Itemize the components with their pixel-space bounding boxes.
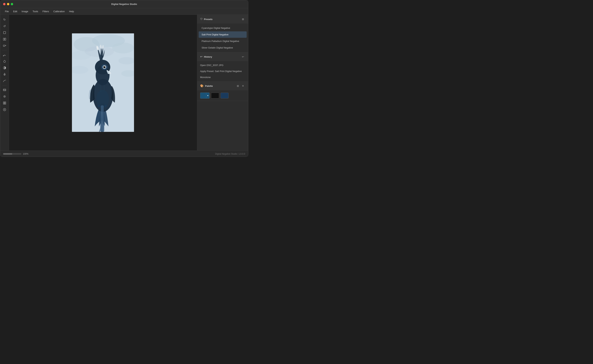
- rotate-ccw-tool[interactable]: ↺: [1, 23, 8, 29]
- mirror-tool[interactable]: [1, 36, 8, 42]
- dropper-tool[interactable]: [1, 58, 8, 64]
- svg-rect-8: [3, 102, 4, 103]
- zoom-bar-background: [3, 153, 21, 155]
- presets-title-group: ♡ Presets: [200, 18, 213, 21]
- main-layout: ↻ ↺: [0, 15, 248, 150]
- add-preset-button[interactable]: ⊞: [241, 17, 245, 21]
- history-icon: ↩: [200, 55, 202, 58]
- canvas-area: [9, 15, 197, 150]
- grid-tool[interactable]: [1, 100, 8, 106]
- parrot-image: [72, 33, 134, 132]
- palette-header: 🎨 Palette ⊞ ✕: [197, 82, 248, 90]
- svg-rect-1: [3, 38, 4, 40]
- app-version: Digital Negative Studio: 1.0.0.0: [215, 153, 245, 155]
- toolbar: ↻ ↺: [0, 15, 9, 150]
- menu-item-file[interactable]: File: [3, 9, 11, 13]
- app-title: Digital Negative Studio: [111, 3, 137, 6]
- history-back-button[interactable]: ↩: [241, 54, 245, 59]
- zoom-indicator: 100%: [3, 153, 28, 155]
- resize-tool[interactable]: [1, 43, 8, 49]
- palette-swatch-darkblue[interactable]: [220, 93, 229, 98]
- presets-section: ♡ Presets ⊞ Cyanotype Digital Negative S…: [197, 15, 248, 52]
- history-header: ↩ History ↩: [197, 52, 248, 61]
- add-palette-button[interactable]: ⊞: [236, 84, 240, 88]
- right-panel: ♡ Presets ⊞ Cyanotype Digital Negative S…: [197, 15, 248, 150]
- preset-item-silver[interactable]: Silver Gelatin Digital Negative: [199, 45, 247, 51]
- menu-item-tools[interactable]: Tools: [31, 9, 40, 13]
- history-section: ↩ History ↩ Open DSC_9337.JPG Apply Pres…: [197, 52, 248, 82]
- palette-title: Palette: [205, 84, 213, 87]
- maximize-button[interactable]: [11, 3, 13, 5]
- curve-tool[interactable]: [1, 78, 8, 84]
- menu-item-calibration[interactable]: Calibration: [52, 9, 67, 13]
- history-item-monotone[interactable]: Monotone: [197, 74, 248, 80]
- history-title: History: [204, 55, 212, 58]
- remove-palette-button[interactable]: ✕: [241, 84, 245, 88]
- image-canvas[interactable]: [72, 33, 134, 132]
- palette-color-blue: [200, 93, 206, 98]
- svg-point-4: [3, 56, 4, 56]
- transform-tool[interactable]: [1, 52, 8, 58]
- svg-rect-9: [5, 102, 6, 103]
- palette-swatch-blue[interactable]: ▼: [200, 92, 210, 99]
- menu-item-help[interactable]: Help: [67, 9, 76, 13]
- history-item-open[interactable]: Open DSC_9337.JPG: [197, 62, 248, 68]
- menu-item-edit[interactable]: Edit: [11, 9, 19, 13]
- palette-colors: ▼: [197, 90, 248, 101]
- burn-tool[interactable]: [1, 72, 8, 77]
- zoom-bar-fill: [3, 153, 12, 155]
- palette-dropdown-arrow[interactable]: ▼: [206, 93, 209, 98]
- history-item-apply-preset[interactable]: Apply Preset: Salt Print Digital Negativ…: [197, 68, 248, 74]
- palette-section: 🎨 Palette ⊞ ✕ ▼: [197, 82, 248, 101]
- contrast-tool[interactable]: [1, 65, 8, 71]
- window-controls: [3, 3, 13, 5]
- landscape-tool[interactable]: [1, 87, 8, 93]
- svg-rect-3: [3, 45, 5, 46]
- close-button[interactable]: [3, 3, 6, 5]
- presets-title: Presets: [204, 18, 213, 21]
- svg-rect-0: [3, 32, 6, 34]
- svg-rect-11: [5, 103, 6, 104]
- history-title-group: ↩ History: [200, 55, 212, 58]
- menu-item-image[interactable]: Image: [20, 9, 30, 13]
- crop-tool[interactable]: [1, 30, 8, 36]
- svg-rect-2: [5, 38, 6, 40]
- titlebar: Digital Negative Studio: [0, 0, 248, 8]
- menu-item-filters[interactable]: Filters: [41, 9, 51, 13]
- adjust-tool[interactable]: [1, 94, 8, 99]
- separator-1: [2, 50, 7, 50]
- preset-item-salt[interactable]: Salt Print Digital Negative: [199, 31, 247, 38]
- preset-item-platinum[interactable]: Platinum Palladium Digital Negative: [199, 38, 247, 44]
- statusbar: 100% Digital Negative Studio: 1.0.0.0: [0, 150, 248, 157]
- minimize-button[interactable]: [7, 3, 9, 5]
- rotate-cw-tool[interactable]: ↻: [1, 17, 8, 22]
- presets-header: ♡ Presets ⊞: [197, 15, 248, 24]
- menubar: FileEditImageToolsFiltersCalibrationHelp: [0, 8, 248, 15]
- svg-point-16: [112, 43, 134, 53]
- palette-icon: 🎨: [200, 84, 204, 88]
- svg-point-34: [104, 66, 105, 67]
- palette-title-group: 🎨 Palette: [200, 84, 213, 88]
- preset-item-cyanotype[interactable]: Cyanotype Digital Negative: [199, 25, 247, 31]
- heart-icon: ♡: [200, 18, 202, 21]
- history-list: Open DSC_9337.JPG Apply Preset: Salt Pri…: [197, 61, 248, 81]
- svg-point-33: [103, 66, 106, 68]
- palette-swatch-black[interactable]: [211, 93, 219, 98]
- add-tool[interactable]: [1, 107, 8, 112]
- preset-list: Cyanotype Digital Negative Salt Print Di…: [197, 24, 248, 52]
- svg-point-7: [4, 96, 5, 97]
- svg-rect-10: [3, 103, 4, 104]
- zoom-label: 100%: [23, 153, 28, 155]
